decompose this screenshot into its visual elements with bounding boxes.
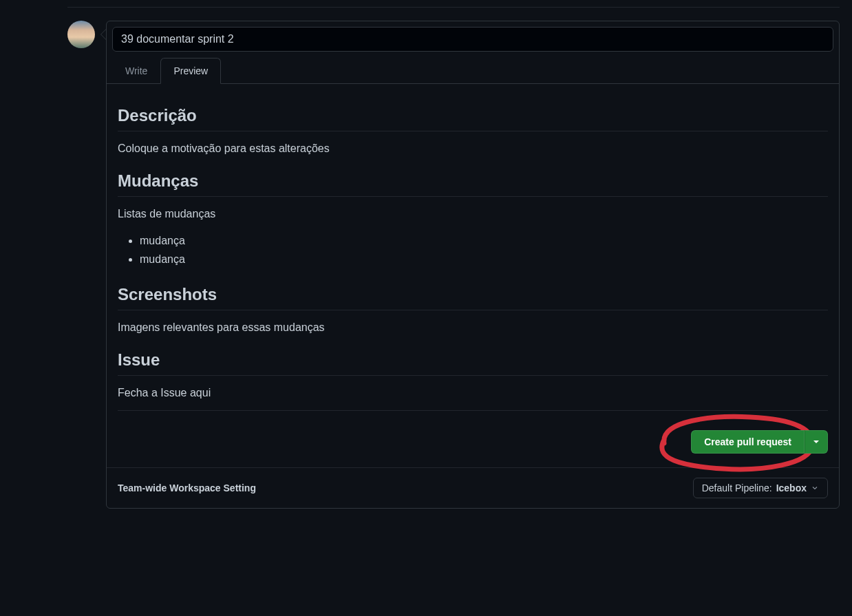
- default-pipeline-select[interactable]: Default Pipeline: Icebox: [693, 478, 828, 498]
- tab-write[interactable]: Write: [112, 58, 160, 84]
- comment-inner: 39 documentar sprint 2 Write Preview Des…: [106, 21, 840, 509]
- pr-container: 39 documentar sprint 2 Write Preview Des…: [0, 0, 852, 509]
- create-pull-request-button[interactable]: Create pull request: [691, 430, 805, 454]
- heading-issue: Issue: [118, 350, 828, 376]
- create-pr-button-group: Create pull request: [691, 430, 828, 454]
- avatar[interactable]: [67, 21, 95, 48]
- list-item: mudança: [140, 231, 828, 250]
- changes-list: mudança mudança: [118, 231, 828, 268]
- text-issue: Fecha a Issue aqui: [118, 387, 828, 399]
- heading-description: Descrição: [118, 106, 828, 131]
- chevron-down-icon: [811, 484, 819, 492]
- comment-box: 39 documentar sprint 2 Write Preview Des…: [106, 21, 840, 509]
- list-item: mudança: [140, 250, 828, 268]
- text-screenshots: Imagens relevantes para essas mudanças: [118, 321, 828, 334]
- preview-content: Descrição Coloque a motivação para estas…: [107, 84, 839, 422]
- heading-screenshots: Screenshots: [118, 285, 828, 310]
- heading-changes: Mudanças: [118, 171, 828, 197]
- content-divider: [118, 410, 828, 411]
- tab-preview[interactable]: Preview: [160, 58, 221, 84]
- actions-bar: Create pull request: [107, 422, 839, 467]
- text-description: Coloque a motivação para estas alteraçõe…: [118, 142, 828, 155]
- text-changes: Listas de mudanças: [118, 208, 828, 220]
- create-pr-dropdown-button[interactable]: [805, 430, 828, 454]
- editor-tabs: Write Preview: [107, 57, 839, 84]
- footer-bar: Team-wide Workspace Setting Default Pipe…: [107, 467, 839, 508]
- pr-title-input[interactable]: 39 documentar sprint 2: [112, 27, 833, 52]
- top-separator: [67, 7, 840, 8]
- pipeline-value: Icebox: [776, 482, 807, 493]
- comment-arrow-icon: [100, 29, 106, 40]
- caret-down-icon: [813, 439, 819, 445]
- workspace-setting-label: Team-wide Workspace Setting: [118, 482, 256, 493]
- pipeline-prefix: Default Pipeline:: [702, 482, 772, 493]
